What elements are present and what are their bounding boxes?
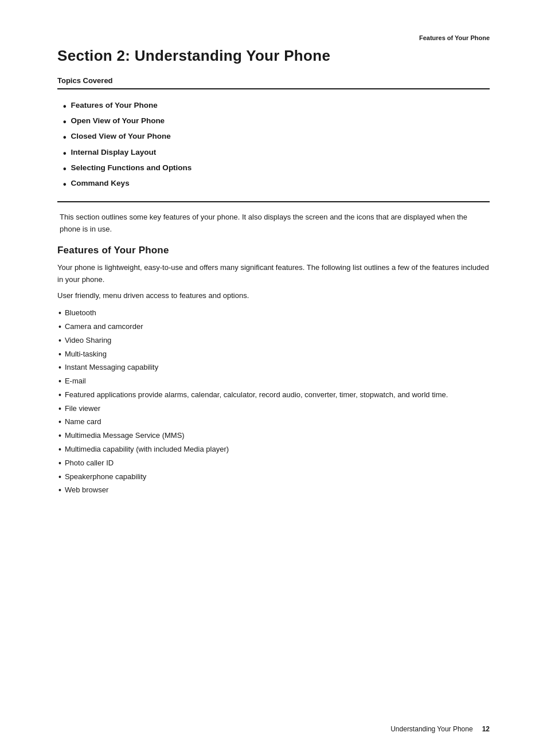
- page-container: Features of Your Phone Section 2: Unders…: [0, 0, 547, 756]
- list-item: Instant Messaging capability: [58, 361, 490, 375]
- list-item: Featured applications provide alarms, ca…: [58, 389, 490, 402]
- list-item: Photo caller ID: [58, 457, 490, 471]
- list-item: Selecting Functions and Options: [63, 161, 490, 177]
- list-item: Command Keys: [63, 177, 490, 192]
- section-title: Section 2: Understanding Your Phone: [57, 47, 490, 65]
- list-item: Video Sharing: [58, 334, 490, 348]
- topics-list: Features of Your Phone Open View of Your…: [63, 99, 490, 192]
- list-item: Multi-tasking: [58, 348, 490, 362]
- list-item: Camera and camcorder: [58, 320, 490, 334]
- list-item: Bluetooth: [58, 307, 490, 320]
- header-right: Features of Your Phone: [57, 34, 490, 41]
- list-item: Name card: [58, 416, 490, 429]
- list-item: File viewer: [58, 402, 490, 416]
- bottom-divider: [57, 201, 490, 202]
- intro-text: This section outlines some key features …: [57, 211, 490, 236]
- list-item: Closed View of Your Phone: [63, 130, 490, 145]
- list-item: Open View of Your Phone: [63, 114, 490, 130]
- list-item: E-mail: [58, 375, 490, 389]
- top-divider: [57, 88, 490, 89]
- features-heading: Features of Your Phone: [57, 245, 490, 256]
- topics-covered-label: Topics Covered: [57, 76, 490, 85]
- footer-label: Understanding Your Phone: [390, 725, 472, 733]
- features-list: Bluetooth Camera and camcorder Video Sha…: [58, 307, 490, 498]
- footer: Understanding Your Phone 12: [57, 725, 490, 733]
- features-body1: Your phone is lightweight, easy-to-use a…: [57, 262, 490, 286]
- header-label: Features of Your Phone: [419, 34, 490, 41]
- list-item: Speakerphone capability: [58, 471, 490, 484]
- list-item: Web browser: [58, 484, 490, 498]
- list-item: Multimedia Message Service (MMS): [58, 429, 490, 443]
- footer-page: 12: [482, 725, 490, 733]
- list-item: Features of Your Phone: [63, 99, 490, 114]
- list-item: Internal Display Layout: [63, 146, 490, 161]
- features-body2: User friendly, menu driven access to fea…: [57, 290, 490, 302]
- list-item: Multimedia capability (with included Med…: [58, 443, 490, 457]
